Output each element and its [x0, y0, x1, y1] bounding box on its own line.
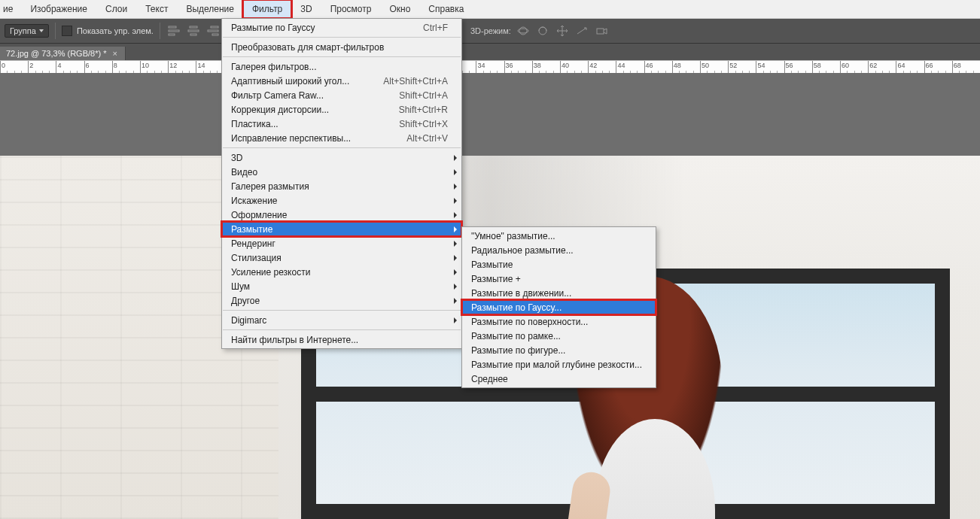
submenu-item[interactable]: Размытие при малой глубине резкости...	[462, 357, 656, 372]
svg-rect-0	[169, 26, 176, 28]
menu-item[interactable]: 3D	[222, 150, 461, 165]
menu-item-label: Коррекция дисторсии...	[231, 105, 376, 115]
menu-item-label: Искажение	[231, 196, 448, 206]
filter-menu-dropdown: Размытие по ГауссуCtrl+FПреобразовать дл…	[221, 18, 462, 349]
menu-item-label: 3D	[231, 153, 448, 163]
menu-item[interactable]: Digimarc	[222, 313, 461, 327]
close-icon[interactable]: ×	[112, 49, 117, 58]
menu-item[interactable]: Искажение	[222, 193, 461, 208]
chevron-right-icon	[454, 155, 457, 161]
svg-rect-7	[208, 30, 218, 32]
menu-item[interactable]: Фильтр Camera Raw...Shift+Ctrl+A	[222, 88, 461, 102]
menu-item-label: Преобразовать для смарт-фильтров	[231, 42, 448, 53]
menu-3d[interactable]: 3D	[291, 0, 321, 18]
chevron-right-icon	[454, 226, 457, 232]
document-tab[interactable]: 72.jpg @ 73,3% (RGB/8*) * ×	[0, 47, 126, 60]
menu-item[interactable]: Галерея размытия	[222, 179, 461, 193]
align-left-icon[interactable]	[166, 23, 181, 38]
toolbar-separator	[160, 23, 160, 39]
submenu-item-label: Размытие +	[471, 274, 642, 284]
menu-item-label: Видео	[231, 167, 448, 178]
menu-item[interactable]: Пластика...Shift+Ctrl+X	[222, 117, 461, 131]
document-tab-label: 72.jpg @ 73,3% (RGB/8*) *	[6, 49, 106, 58]
menu-item-label: Пластика...	[231, 119, 376, 129]
blur-submenu-dropdown: "Умное" размытие...Радиальное размытие..…	[461, 226, 656, 388]
menu-item[interactable]: Рендеринг	[222, 236, 461, 250]
menu-текст[interactable]: Текст	[136, 0, 177, 18]
menu-item-label: Другое	[231, 296, 448, 306]
menu-item[interactable]: Размытие по ГауссуCtrl+F	[222, 20, 461, 35]
submenu-item-label: Размытие по поверхности...	[471, 317, 642, 327]
submenu-item-label: Размытие в движении...	[471, 288, 642, 299]
menu-item-label: Стилизация	[231, 253, 448, 263]
submenu-item[interactable]: Размытие по фигуре...	[462, 343, 656, 357]
menu-item[interactable]: Найти фильтры в Интернете...	[222, 332, 461, 347]
submenu-item[interactable]: Размытие +	[462, 272, 656, 286]
menu-separator	[223, 310, 461, 311]
menu-просмотр[interactable]: Просмотр	[321, 0, 381, 18]
menu-item[interactable]: Оформление	[222, 208, 461, 222]
align-right-icon[interactable]	[205, 23, 221, 38]
menu-выделение[interactable]: Выделение	[177, 0, 243, 18]
menu-item[interactable]: Исправление перспективы...Alt+Ctrl+V	[222, 131, 461, 145]
roll-3d-icon[interactable]	[535, 23, 550, 38]
submenu-item-label: Размытие по Гауссу...	[471, 302, 642, 313]
menu-item-shortcut: Shift+Ctrl+R	[399, 105, 448, 115]
svg-rect-4	[188, 30, 199, 32]
menu-item[interactable]: Размытие	[222, 222, 461, 236]
menu-изображение[interactable]: Изображение	[21, 0, 96, 18]
menu-item[interactable]: Усиление резкости	[222, 265, 461, 279]
toolbar-separator	[55, 23, 56, 39]
menu-item-shortcut: Ctrl+F	[423, 23, 448, 33]
svg-rect-12	[597, 29, 604, 34]
submenu-item[interactable]: Размытие по рамке...	[462, 329, 656, 343]
menu-слои[interactable]: Слои	[96, 0, 136, 18]
svg-rect-1	[169, 30, 179, 32]
menu-item[interactable]: Коррекция дисторсии...Shift+Ctrl+R	[222, 102, 461, 117]
orbit-3d-icon[interactable]	[516, 23, 531, 38]
menubar: иеИзображениеСлоиТекстВыделениеФильтр3DП…	[0, 0, 980, 19]
group-mode-dropdown[interactable]: Группа	[5, 24, 49, 38]
group-mode-label: Группа	[10, 26, 36, 35]
menu-item-label: Размытие	[231, 224, 448, 235]
menu-item[interactable]: Видео	[222, 165, 461, 179]
options-toolbar: Группа Показать упр. элем. 3D-режим:	[0, 19, 980, 44]
submenu-item-label: "Умное" размытие...	[471, 231, 642, 241]
menu-окно[interactable]: Окно	[380, 0, 419, 18]
menu-separator	[223, 147, 461, 148]
align-center-icon[interactable]	[186, 23, 201, 38]
menu-item[interactable]: Галерея фильтров...	[222, 59, 461, 74]
chevron-right-icon	[454, 198, 457, 204]
menu-item[interactable]: Другое	[222, 293, 461, 308]
menu-item-shortcut: Shift+Ctrl+A	[399, 90, 448, 101]
submenu-item[interactable]: Среднее	[462, 372, 656, 386]
menu-справка[interactable]: Справка	[419, 0, 473, 18]
menu-item-label: Оформление	[231, 210, 448, 220]
chevron-right-icon	[454, 269, 457, 275]
submenu-item[interactable]: Радиальное размытие...	[462, 243, 656, 257]
submenu-item[interactable]: "Умное" размытие...	[462, 229, 656, 243]
camera-3d-icon[interactable]	[594, 23, 609, 38]
submenu-item-label: Размытие по рамке...	[471, 331, 642, 341]
menu-ие[interactable]: ие	[0, 0, 21, 18]
menu-item[interactable]: Шум	[222, 279, 461, 293]
chevron-right-icon	[454, 241, 457, 247]
menu-item[interactable]: Стилизация	[222, 250, 461, 265]
submenu-item[interactable]: Размытие	[462, 257, 656, 272]
chevron-right-icon	[454, 298, 457, 304]
submenu-item[interactable]: Размытие в движении...	[462, 286, 656, 300]
pan-3d-icon[interactable]	[555, 23, 570, 38]
chevron-right-icon	[454, 255, 457, 261]
menu-item[interactable]: Преобразовать для смарт-фильтров	[222, 40, 461, 54]
menu-item[interactable]: Адаптивный широкий угол...Alt+Shift+Ctrl…	[222, 74, 461, 88]
show-controls-checkbox[interactable]: Показать упр. элем.	[62, 26, 154, 36]
menu-фильтр[interactable]: Фильтр	[243, 0, 291, 18]
slide-3d-icon[interactable]	[574, 23, 589, 38]
submenu-item[interactable]: Размытие по поверхности...	[462, 314, 656, 329]
menu-item-label: Найти фильтры в Интернете...	[231, 335, 448, 345]
menu-separator	[223, 329, 461, 330]
svg-rect-5	[190, 34, 196, 35]
submenu-item[interactable]: Размытие по Гауссу...	[462, 300, 656, 314]
checkbox-icon	[62, 26, 72, 36]
menu-item-label: Адаптивный широкий угол...	[231, 76, 361, 86]
